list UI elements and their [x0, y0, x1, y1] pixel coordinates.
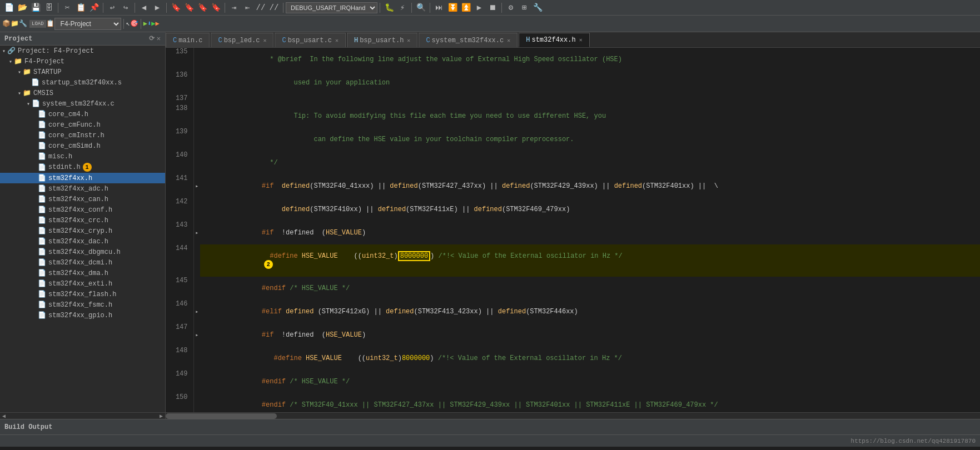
tree-f4project[interactable]: ▾ 📁 F4-Project — [0, 56, 165, 67]
tab-bsp-led-close[interactable]: ✕ — [263, 37, 266, 44]
tab-bsp-usart-h[interactable]: H bsp_usart.h ✕ — [347, 33, 417, 47]
fold-135[interactable] — [193, 48, 200, 71]
toolbar-grid-btn[interactable]: ⊞ — [518, 2, 530, 14]
toolbar-stop-btn[interactable]: ⏹ — [486, 2, 499, 14]
code-line-140[interactable]: */ — [200, 151, 980, 174]
tree-dbgmcu[interactable]: 📄 stm32f4xx_dbgmcu.h — [0, 247, 165, 257]
toolbar-indent-btn[interactable]: ⇥ — [228, 2, 240, 14]
toolbar-run-btn[interactable]: ▶ — [473, 2, 485, 14]
toolbar2-cursor-btn[interactable]: ↖ — [126, 19, 130, 28]
fold-149[interactable] — [193, 370, 200, 393]
tree-core-cm4[interactable]: 📄 core_cm4.h — [0, 109, 165, 119]
toolbar-cut-btn[interactable]: ✂ — [61, 2, 73, 14]
tree-cryp[interactable]: 📄 stm32f4xx_cryp.h — [0, 226, 165, 236]
toolbar2-btn1[interactable]: 📦 — [2, 19, 11, 28]
toolbar-forward-btn[interactable]: ▶ — [151, 2, 163, 14]
build-output-label[interactable]: Build Output — [4, 423, 52, 431]
toolbar-tools-btn[interactable]: 🔧 — [531, 2, 544, 14]
toolbar-bookmark3-btn[interactable]: 🔖 — [196, 2, 208, 14]
toolbar-open-btn[interactable]: 📂 — [16, 2, 28, 14]
tree-startup-file[interactable]: 📄 startup_stm32f40xx.s — [0, 77, 165, 88]
fold-138[interactable] — [193, 104, 200, 128]
toolbar2-target-btn[interactable]: 🎯 — [130, 19, 138, 28]
tree-cmsis[interactable]: ▾ 📁 CMSIS — [0, 88, 165, 98]
tree-adc[interactable]: 📄 stm32f4xx_adc.h — [0, 183, 165, 194]
tree-misc[interactable]: 📄 misc.h — [0, 151, 165, 162]
tree-fsmc[interactable]: 📄 stm32f4xx_fsmc.h — [0, 299, 165, 310]
fold-139[interactable] — [193, 128, 200, 151]
fold-145[interactable] — [193, 277, 200, 300]
toolbar-step-out[interactable]: ⏫ — [460, 2, 472, 14]
tree-can[interactable]: 📄 stm32f4xx_can.h — [0, 194, 165, 204]
tree-core-cminstr[interactable]: 📄 core_cmInstr.h — [0, 130, 165, 141]
code-line-135[interactable]: * @brief In the following line adjust th… — [200, 48, 980, 71]
tree-crc[interactable]: 📄 stm32f4xx_crc.h — [0, 215, 165, 226]
fold-137[interactable] — [193, 94, 200, 104]
fold-146[interactable]: ▸ — [193, 300, 200, 323]
tree-dac[interactable]: 📄 stm32f4xx_dac.h — [0, 236, 165, 247]
toolbar-debug-btn[interactable]: 🐛 — [383, 2, 395, 14]
tab-bsp-led-c[interactable]: C bsp_led.c ✕ — [211, 33, 273, 47]
toolbar-bookmark4-btn[interactable]: 🔖 — [210, 2, 222, 14]
tree-core-cmfunc[interactable]: 📄 core_cmFunc.h — [0, 119, 165, 130]
toolbar-comment-btn[interactable]: // — [255, 2, 267, 14]
toolbar2-btn3[interactable]: 🔧 — [19, 19, 27, 28]
toolbar-copy-btn[interactable]: 📋 — [74, 2, 87, 14]
hscroll-thumb[interactable] — [166, 413, 277, 419]
fold-147[interactable]: ▸ — [193, 323, 200, 347]
tab-system-stm32-close[interactable]: ✕ — [507, 37, 510, 44]
tree-stm32f4xx-h[interactable]: 📄 stm32f4xx.h — [0, 173, 165, 183]
project-dropdown[interactable]: F4-Project — [54, 18, 121, 30]
sidebar-close-icon[interactable]: ✕ — [157, 34, 161, 43]
code-line-145[interactable]: #endif /* HSE_VALUE */ — [200, 277, 980, 300]
tab-bsp-usart-h-close[interactable]: ✕ — [407, 37, 410, 44]
hscroll-bar[interactable] — [166, 412, 980, 419]
toolbar-new-btn[interactable]: 📄 — [3, 2, 15, 14]
toolbar-save-btn[interactable]: 💾 — [29, 2, 42, 14]
toolbar2-build-btn[interactable]: ▶ — [143, 19, 147, 28]
toolbar-redo-btn[interactable]: ↪ — [120, 2, 132, 14]
fold-150[interactable] — [193, 393, 200, 412]
fold-148[interactable] — [193, 347, 200, 370]
tree-root[interactable]: ▾ 🔗 Project: F4-Project — [0, 46, 165, 56]
toolbar-paste-btn[interactable]: 📌 — [88, 2, 100, 14]
debug-config-dropdown[interactable]: DEBUG_USART_IRQHand — [286, 2, 377, 13]
toolbar-step-in[interactable]: ⏬ — [446, 2, 459, 14]
toolbar-step-over[interactable]: ⏭ — [433, 2, 445, 14]
fold-143[interactable]: ▸ — [193, 221, 200, 244]
code-scroll[interactable]: 135 * @brief In the following line adjus… — [166, 48, 980, 412]
tree-core-cmsimd[interactable]: 📄 core_cmSimd.h — [0, 141, 165, 151]
tab-main-c[interactable]: C main.c — [166, 33, 210, 47]
toolbar2-run2-btn[interactable]: ▶ — [156, 19, 160, 28]
code-line-141[interactable]: #if defined(STM32F40_41xxx) || defined(S… — [200, 174, 980, 198]
fold-141[interactable]: ▸ — [193, 174, 200, 198]
code-line-149[interactable]: #endif /* HSE_VALUE */ — [200, 370, 980, 393]
toolbar-uncomment-btn[interactable]: // — [268, 2, 280, 14]
toolbar2-debug2-btn[interactable]: ▶ — [151, 19, 155, 28]
code-line-150[interactable]: #endif /* STM32F40_41xxx || STM32F427_43… — [200, 393, 980, 412]
toolbar2-btn2[interactable]: 📁 — [11, 19, 19, 28]
tree-conf[interactable]: 📄 stm32f4xx_conf.h — [0, 204, 165, 215]
sidebar-scroll-left[interactable]: ◀ — [2, 413, 6, 419]
tab-stm32f4xx-h-close[interactable]: ✕ — [579, 37, 583, 43]
code-line-136[interactable]: used in your application — [200, 71, 980, 94]
code-line-148[interactable]: #define HSE_VALUE ((uint32_t)8000000) /*… — [200, 347, 980, 370]
code-line-147[interactable]: #if !defined (HSE_VALUE) — [200, 323, 980, 347]
toolbar-bookmark2-btn[interactable]: 🔖 — [183, 2, 195, 14]
fold-144[interactable] — [193, 244, 200, 277]
toolbar-search-btn[interactable]: 🔍 — [415, 2, 427, 14]
code-line-142[interactable]: defined(STM32F410xx) || defined(STM32F41… — [200, 198, 980, 221]
sidebar-sync-icon[interactable]: ⟳ — [149, 34, 155, 43]
toolbar-settings-btn[interactable]: ⚙ — [505, 2, 517, 14]
tree-dcmi[interactable]: 📄 stm32f4xx_dcmi.h — [0, 257, 165, 268]
toolbar2-load-btn[interactable]: LOAD — [29, 20, 46, 28]
tree-flash[interactable]: 📄 stm32f4xx_flash.h — [0, 289, 165, 299]
toolbar2-btn5[interactable]: 📋 — [46, 19, 54, 28]
tree-dma[interactable]: 📄 stm32f4xx_dma.h — [0, 268, 165, 278]
code-line-144[interactable]: #define HSE_VALUE ((uint32_t)8000000) /*… — [200, 244, 980, 277]
fold-140[interactable] — [193, 151, 200, 174]
toolbar-back-btn[interactable]: ◀ — [138, 2, 150, 14]
tree-startup[interactable]: ▾ 📁 STARTUP — [0, 67, 165, 77]
toolbar-undo-btn[interactable]: ↩ — [106, 2, 118, 14]
tab-system-stm32[interactable]: C system_stm32f4xx.c ✕ — [419, 33, 518, 47]
